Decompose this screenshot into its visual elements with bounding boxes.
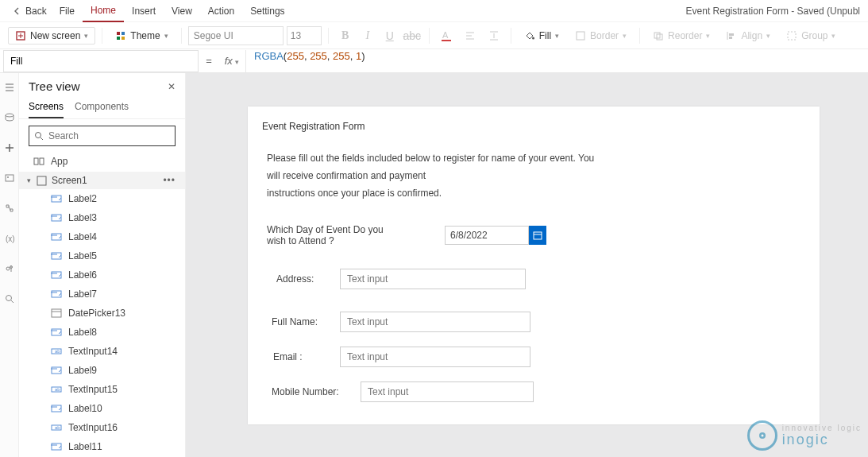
tree-view-icon[interactable] bbox=[4, 81, 15, 94]
tree-item[interactable]: abTextInput15 bbox=[19, 380, 185, 399]
bucket-icon bbox=[524, 30, 535, 41]
canvas-area[interactable]: Event Registration Form Please fill out … bbox=[186, 73, 868, 457]
fullname-input[interactable] bbox=[340, 312, 530, 332]
menu-settings[interactable]: Settings bbox=[242, 6, 292, 17]
add-icon[interactable] bbox=[4, 141, 15, 154]
tree-item[interactable]: Label9 bbox=[19, 361, 185, 380]
font-size-select[interactable] bbox=[287, 26, 322, 45]
property-selector[interactable] bbox=[3, 50, 199, 72]
tree-view-panel: Tree view ✕ Screens Components App ▾ Scr… bbox=[19, 73, 186, 457]
menu-home[interactable]: Home bbox=[83, 0, 124, 22]
more-icon[interactable]: ••• bbox=[163, 175, 176, 186]
design-canvas[interactable]: Event Registration Form Please fill out … bbox=[248, 107, 820, 424]
tree-item[interactable]: Label6 bbox=[19, 265, 185, 285]
tree-item[interactable]: Label11 bbox=[19, 437, 185, 456]
fill-button[interactable]: Fill ▾ bbox=[518, 28, 565, 44]
tree-item[interactable]: Label4 bbox=[19, 227, 185, 246]
tools-icon[interactable] bbox=[4, 262, 15, 275]
email-input[interactable] bbox=[340, 347, 530, 367]
calendar-icon bbox=[533, 230, 542, 240]
calendar-button[interactable] bbox=[529, 226, 546, 245]
fill-label: Fill bbox=[539, 30, 551, 41]
bold-button[interactable]: B bbox=[335, 26, 356, 45]
new-screen-button[interactable]: New screen ▾ bbox=[8, 27, 95, 45]
app-icon bbox=[33, 156, 44, 167]
underline-button[interactable]: U bbox=[380, 26, 400, 45]
font-select[interactable] bbox=[188, 26, 284, 45]
date-value: 6/8/2022 bbox=[446, 230, 528, 241]
tree-item[interactable]: Label2 bbox=[19, 189, 185, 208]
search-rail-icon[interactable] bbox=[4, 292, 15, 305]
tree-item[interactable]: Label8 bbox=[19, 323, 185, 342]
tree-item[interactable]: Label10 bbox=[19, 399, 185, 418]
align-menu-button[interactable]: Align ▾ bbox=[719, 28, 777, 44]
svg-rect-20 bbox=[729, 33, 734, 36]
font-color-button[interactable]: A bbox=[436, 26, 457, 45]
svg-text:ab: ab bbox=[55, 425, 60, 430]
date-icon bbox=[51, 308, 62, 319]
valign-button[interactable] bbox=[484, 26, 504, 45]
reorder-button[interactable]: Reorder ▾ bbox=[646, 28, 716, 44]
strike-button[interactable]: abc bbox=[402, 26, 422, 45]
align-button[interactable] bbox=[460, 26, 480, 45]
screen-node[interactable]: ▾ Screen1 ••• bbox=[19, 172, 185, 189]
flows-icon[interactable] bbox=[4, 202, 15, 215]
tree-search-input[interactable] bbox=[48, 130, 170, 141]
tree-item[interactable]: Label7 bbox=[19, 285, 185, 304]
theme-button[interactable]: Theme ▾ bbox=[109, 28, 174, 44]
svg-rect-61 bbox=[52, 367, 61, 374]
tree-item-label: Label3 bbox=[68, 212, 97, 223]
fullname-label: Full Name: bbox=[272, 316, 340, 327]
left-rail: (x) bbox=[0, 73, 19, 457]
ribbon: New screen ▾ Theme ▾ B I U abc A Fill ▾ … bbox=[0, 22, 868, 49]
svg-text:ab: ab bbox=[55, 349, 60, 354]
new-screen-label: New screen bbox=[30, 30, 80, 41]
tree-item[interactable]: Label3 bbox=[19, 208, 185, 227]
svg-point-79 bbox=[761, 435, 763, 437]
tree-item-label: Label2 bbox=[68, 193, 97, 204]
chevron-down-icon: ▾ bbox=[831, 32, 835, 40]
svg-line-36 bbox=[11, 300, 14, 303]
svg-rect-4 bbox=[122, 32, 125, 35]
italic-button[interactable]: I bbox=[357, 26, 378, 45]
border-label: Border bbox=[590, 30, 619, 41]
tree-item[interactable]: abTextInput14 bbox=[19, 342, 185, 361]
svg-rect-76 bbox=[534, 232, 542, 239]
fx-button[interactable]: fx ▾ bbox=[218, 55, 245, 67]
mobile-input[interactable] bbox=[361, 381, 534, 402]
group-button[interactable]: Group ▾ bbox=[780, 28, 842, 44]
svg-rect-44 bbox=[52, 215, 61, 221]
address-input[interactable] bbox=[340, 269, 526, 289]
tab-screens[interactable]: Screens bbox=[29, 98, 64, 118]
tree-search[interactable] bbox=[29, 126, 176, 146]
search-icon bbox=[34, 131, 44, 141]
back-button[interactable]: Back bbox=[8, 6, 52, 17]
media-icon[interactable] bbox=[4, 172, 15, 184]
chevron-down-icon[interactable]: ▾ bbox=[27, 176, 31, 184]
tree-item-label: Label6 bbox=[68, 269, 97, 281]
svg-rect-50 bbox=[52, 272, 61, 278]
data-icon[interactable] bbox=[4, 111, 15, 124]
tab-components[interactable]: Components bbox=[75, 98, 129, 118]
tree-item-label: DatePicker13 bbox=[68, 308, 125, 319]
menu-view[interactable]: View bbox=[164, 6, 200, 17]
svg-rect-71 bbox=[52, 443, 61, 450]
formula-input[interactable]: RGBA(255, 255, 255, 1) bbox=[245, 50, 868, 72]
tree-item[interactable]: DatePicker13 bbox=[19, 304, 185, 323]
date-picker[interactable]: 6/8/2022 bbox=[445, 226, 529, 245]
logo-icon bbox=[747, 420, 777, 451]
input-icon: ab bbox=[51, 346, 62, 357]
tree-item[interactable]: abTextInput16 bbox=[19, 418, 185, 437]
app-node[interactable]: App bbox=[19, 151, 185, 172]
border-button[interactable]: Border ▾ bbox=[569, 28, 633, 44]
menu-file[interactable]: File bbox=[52, 6, 83, 17]
form-desc-line: Please fill out the fields included belo… bbox=[262, 149, 805, 167]
menu-action[interactable]: Action bbox=[200, 6, 242, 17]
label-icon bbox=[51, 365, 62, 376]
tree-item[interactable]: Label5 bbox=[19, 246, 185, 265]
align-icon bbox=[726, 30, 737, 41]
variables-icon[interactable]: (x) bbox=[4, 232, 15, 245]
close-icon[interactable]: ✕ bbox=[168, 81, 176, 92]
menu-insert[interactable]: Insert bbox=[124, 6, 164, 17]
svg-point-35 bbox=[6, 296, 11, 301]
